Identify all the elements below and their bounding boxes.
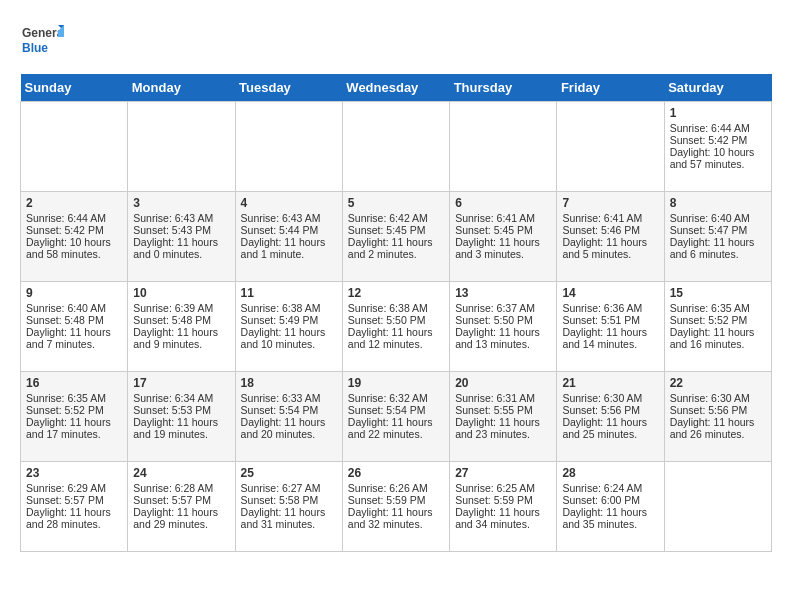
day-info: Sunrise: 6:41 AM xyxy=(562,212,658,224)
day-info: Sunrise: 6:24 AM xyxy=(562,482,658,494)
day-info: Sunrise: 6:37 AM xyxy=(455,302,551,314)
day-info: Sunset: 5:57 PM xyxy=(26,494,122,506)
day-info: Sunrise: 6:30 AM xyxy=(670,392,766,404)
day-info: Sunrise: 6:28 AM xyxy=(133,482,229,494)
weekday-header-friday: Friday xyxy=(557,74,664,102)
day-number: 23 xyxy=(26,466,122,480)
calendar-cell xyxy=(21,102,128,192)
day-info: Daylight: 11 hours and 20 minutes. xyxy=(241,416,337,440)
calendar-cell: 17Sunrise: 6:34 AMSunset: 5:53 PMDayligh… xyxy=(128,372,235,462)
day-info: Sunset: 5:51 PM xyxy=(562,314,658,326)
weekday-header-tuesday: Tuesday xyxy=(235,74,342,102)
day-info: Daylight: 11 hours and 25 minutes. xyxy=(562,416,658,440)
day-info: Daylight: 11 hours and 6 minutes. xyxy=(670,236,766,260)
calendar-cell: 24Sunrise: 6:28 AMSunset: 5:57 PMDayligh… xyxy=(128,462,235,552)
week-row-4: 16Sunrise: 6:35 AMSunset: 5:52 PMDayligh… xyxy=(21,372,772,462)
day-info: Sunrise: 6:43 AM xyxy=(133,212,229,224)
day-info: Daylight: 11 hours and 5 minutes. xyxy=(562,236,658,260)
day-info: Daylight: 10 hours and 58 minutes. xyxy=(26,236,122,260)
calendar-cell xyxy=(557,102,664,192)
day-info: Daylight: 11 hours and 34 minutes. xyxy=(455,506,551,530)
week-row-1: 1Sunrise: 6:44 AMSunset: 5:42 PMDaylight… xyxy=(21,102,772,192)
weekday-header-thursday: Thursday xyxy=(450,74,557,102)
day-number: 9 xyxy=(26,286,122,300)
day-info: Daylight: 11 hours and 9 minutes. xyxy=(133,326,229,350)
day-number: 28 xyxy=(562,466,658,480)
day-number: 19 xyxy=(348,376,444,390)
day-number: 4 xyxy=(241,196,337,210)
day-info: Daylight: 11 hours and 2 minutes. xyxy=(348,236,444,260)
day-info: Daylight: 11 hours and 17 minutes. xyxy=(26,416,122,440)
day-number: 16 xyxy=(26,376,122,390)
day-number: 20 xyxy=(455,376,551,390)
day-info: Sunrise: 6:40 AM xyxy=(26,302,122,314)
day-info: Sunset: 5:54 PM xyxy=(241,404,337,416)
calendar-cell: 9Sunrise: 6:40 AMSunset: 5:48 PMDaylight… xyxy=(21,282,128,372)
logo-icon: General Blue xyxy=(20,20,64,64)
calendar-cell: 7Sunrise: 6:41 AMSunset: 5:46 PMDaylight… xyxy=(557,192,664,282)
calendar-cell xyxy=(235,102,342,192)
day-number: 3 xyxy=(133,196,229,210)
day-info: Sunrise: 6:31 AM xyxy=(455,392,551,404)
logo: General Blue xyxy=(20,20,64,64)
day-number: 13 xyxy=(455,286,551,300)
week-row-3: 9Sunrise: 6:40 AMSunset: 5:48 PMDaylight… xyxy=(21,282,772,372)
day-number: 18 xyxy=(241,376,337,390)
day-info: Sunset: 6:00 PM xyxy=(562,494,658,506)
day-info: Daylight: 11 hours and 0 minutes. xyxy=(133,236,229,260)
calendar-cell: 12Sunrise: 6:38 AMSunset: 5:50 PMDayligh… xyxy=(342,282,449,372)
day-number: 14 xyxy=(562,286,658,300)
day-number: 15 xyxy=(670,286,766,300)
day-number: 11 xyxy=(241,286,337,300)
calendar-cell xyxy=(664,462,771,552)
day-info: Sunset: 5:59 PM xyxy=(348,494,444,506)
day-info: Sunrise: 6:30 AM xyxy=(562,392,658,404)
day-number: 12 xyxy=(348,286,444,300)
day-info: Sunset: 5:59 PM xyxy=(455,494,551,506)
day-number: 24 xyxy=(133,466,229,480)
calendar-cell: 21Sunrise: 6:30 AMSunset: 5:56 PMDayligh… xyxy=(557,372,664,462)
day-info: Sunrise: 6:32 AM xyxy=(348,392,444,404)
calendar-cell: 20Sunrise: 6:31 AMSunset: 5:55 PMDayligh… xyxy=(450,372,557,462)
calendar-cell: 19Sunrise: 6:32 AMSunset: 5:54 PMDayligh… xyxy=(342,372,449,462)
weekday-header-wednesday: Wednesday xyxy=(342,74,449,102)
day-info: Sunrise: 6:25 AM xyxy=(455,482,551,494)
day-info: Daylight: 11 hours and 35 minutes. xyxy=(562,506,658,530)
header: General Blue xyxy=(20,20,772,64)
day-info: Daylight: 11 hours and 31 minutes. xyxy=(241,506,337,530)
day-info: Daylight: 10 hours and 57 minutes. xyxy=(670,146,766,170)
calendar-cell: 15Sunrise: 6:35 AMSunset: 5:52 PMDayligh… xyxy=(664,282,771,372)
day-info: Daylight: 11 hours and 32 minutes. xyxy=(348,506,444,530)
svg-text:General: General xyxy=(22,26,64,40)
day-info: Sunrise: 6:29 AM xyxy=(26,482,122,494)
day-info: Sunset: 5:58 PM xyxy=(241,494,337,506)
day-number: 17 xyxy=(133,376,229,390)
day-info: Daylight: 11 hours and 22 minutes. xyxy=(348,416,444,440)
calendar-cell xyxy=(450,102,557,192)
week-row-2: 2Sunrise: 6:44 AMSunset: 5:42 PMDaylight… xyxy=(21,192,772,282)
day-info: Daylight: 11 hours and 1 minute. xyxy=(241,236,337,260)
weekday-header-saturday: Saturday xyxy=(664,74,771,102)
weekday-header-monday: Monday xyxy=(128,74,235,102)
day-info: Sunrise: 6:42 AM xyxy=(348,212,444,224)
day-info: Sunrise: 6:38 AM xyxy=(348,302,444,314)
day-info: Sunrise: 6:34 AM xyxy=(133,392,229,404)
day-info: Sunset: 5:42 PM xyxy=(26,224,122,236)
day-info: Sunset: 5:56 PM xyxy=(670,404,766,416)
day-number: 2 xyxy=(26,196,122,210)
calendar-cell: 23Sunrise: 6:29 AMSunset: 5:57 PMDayligh… xyxy=(21,462,128,552)
calendar-cell: 14Sunrise: 6:36 AMSunset: 5:51 PMDayligh… xyxy=(557,282,664,372)
calendar-cell: 6Sunrise: 6:41 AMSunset: 5:45 PMDaylight… xyxy=(450,192,557,282)
day-info: Daylight: 11 hours and 28 minutes. xyxy=(26,506,122,530)
calendar-cell: 1Sunrise: 6:44 AMSunset: 5:42 PMDaylight… xyxy=(664,102,771,192)
calendar-cell: 2Sunrise: 6:44 AMSunset: 5:42 PMDaylight… xyxy=(21,192,128,282)
day-info: Sunset: 5:50 PM xyxy=(348,314,444,326)
day-number: 10 xyxy=(133,286,229,300)
day-info: Sunset: 5:47 PM xyxy=(670,224,766,236)
day-info: Sunrise: 6:43 AM xyxy=(241,212,337,224)
calendar-cell: 11Sunrise: 6:38 AMSunset: 5:49 PMDayligh… xyxy=(235,282,342,372)
day-info: Daylight: 11 hours and 16 minutes. xyxy=(670,326,766,350)
calendar-cell xyxy=(342,102,449,192)
weekday-header-row: SundayMondayTuesdayWednesdayThursdayFrid… xyxy=(21,74,772,102)
day-info: Daylight: 11 hours and 29 minutes. xyxy=(133,506,229,530)
